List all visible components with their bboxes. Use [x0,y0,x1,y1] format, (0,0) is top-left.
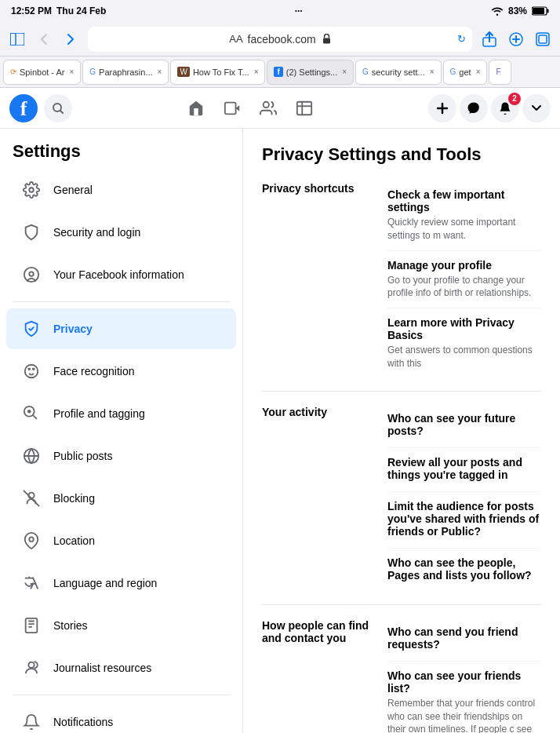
friends-list-item[interactable]: Who can see your friends list? Remember … [387,662,541,733]
svg-rect-24 [26,618,38,633]
settings-sidebar: Settings General Security and login Your… [0,129,243,733]
battery-level: 83% [508,5,527,16]
tab-close-icon[interactable]: × [342,67,347,76]
sidebar-item-notifications[interactable]: Notifications [6,702,236,733]
nav-people[interactable] [251,91,285,126]
person-circle-icon [19,262,44,287]
share-button[interactable] [478,28,500,50]
facebook-logo[interactable]: f [9,94,38,122]
tab-spinbot[interactable]: ⟳ Spinbot - Ar × [3,60,81,85]
create-button[interactable] [428,94,456,122]
journalist-label: Journalist resources [53,662,151,674]
sidebar-item-location[interactable]: Location [6,520,236,561]
tabs-bar: ⟳ Spinbot - Ar × G Paraphrasin... × W Ho… [0,57,560,88]
notifications-label: Notifications [53,716,113,728]
location-label: Location [53,534,95,547]
menu-button[interactable] [522,94,551,122]
sidebar-item-security[interactable]: Security and login [6,212,236,253]
sidebar-item-profile[interactable]: Profile and tagging [6,393,236,434]
content-area: Privacy Settings and Tools Privacy short… [243,129,560,733]
svg-rect-3 [10,33,16,46]
sidebar-item-privacy[interactable]: Privacy [6,308,236,349]
manage-profile-title: Manage your profile [387,259,541,272]
stories-icon [19,613,44,638]
wifi-icon [491,6,504,16]
friend-requests-item[interactable]: Who can send you friend requests? [387,618,541,662]
tab-paraphrasing[interactable]: G Paraphrasin... × [82,60,169,85]
see-people-item[interactable]: Who can see the people, Pages and lists … [387,549,541,592]
limit-audience-item[interactable]: Limit the audience for posts you've shar… [387,492,541,549]
sidebar-item-public-posts[interactable]: Public posts [6,436,236,476]
tab-get[interactable]: G get × [443,60,488,85]
tabs-button[interactable] [532,28,554,50]
tab-close-icon[interactable]: × [254,67,259,76]
svg-point-23 [29,537,34,542]
sidebar-item-general[interactable]: General [6,170,236,210]
how-people-find-items: Who can send you friend requests? Who ca… [387,618,541,733]
tab-close-icon[interactable]: × [158,67,162,76]
tab-f[interactable]: F [489,60,511,85]
globe-icon [19,443,44,469]
friends-list-desc: Remember that your friends control who c… [387,697,541,733]
face-label: Face recognition [53,365,135,377]
status-bar: 12:52 PM Thu 24 Feb ··· 83% [0,0,560,22]
status-day: Thu 24 Feb [56,5,106,16]
sidebar-divider-1 [13,301,230,302]
svg-rect-4 [10,33,24,46]
sidebar-item-fb-info[interactable]: Your Facebook information [6,254,236,295]
manage-profile-item[interactable]: Manage your profile Go to your profile t… [387,251,541,309]
sidebar-item-stories[interactable]: Stories [6,605,236,646]
messenger-button[interactable] [460,94,488,122]
sidebar-item-language[interactable]: Language and region [6,563,236,604]
reload-button[interactable]: ↻ [457,33,466,45]
forward-button[interactable] [60,28,82,50]
search-button[interactable] [44,94,72,122]
messenger-icon [467,101,481,115]
battery-icon [532,6,549,16]
check-settings-item[interactable]: Check a few important settings Quickly r… [387,181,541,251]
notifications-bell-icon [19,709,44,733]
nav-home[interactable] [179,91,213,126]
tab-close-icon[interactable]: × [430,67,435,76]
face-icon [19,359,44,384]
notifications-button[interactable]: 2 [491,94,519,122]
privacy-basics-item[interactable]: Learn more with Privacy Basics Get answe… [387,308,541,378]
tab-howtofix[interactable]: W How To Fix T... × [170,60,265,85]
main-layout: Settings General Security and login Your… [0,129,560,733]
sidebar-item-journalist[interactable]: Journalist resources [6,647,236,688]
add-tab-button[interactable] [505,28,527,50]
sidebar-toggle-button[interactable] [6,28,28,50]
future-posts-title: Who can see your future posts? [387,412,541,437]
tab-close-icon[interactable]: × [476,67,481,76]
privacy-label: Privacy [53,323,93,335]
svg-point-16 [24,268,38,282]
gear-icon [19,177,44,202]
your-activity-section: Your activity Who can see your future po… [262,404,541,605]
content-title: Privacy Settings and Tools [262,144,541,165]
sidebar-divider-2 [13,695,230,695]
limit-audience-title: Limit the audience for posts you've shar… [387,500,541,538]
review-posts-item[interactable]: Review all your posts and things you're … [387,448,541,492]
back-button[interactable] [33,28,55,50]
svg-rect-11 [225,102,236,114]
url-bar[interactable]: AA facebook.com ↻ [88,27,472,52]
sidebar-item-face[interactable]: Face recognition [6,351,236,392]
review-posts-title: Review all your posts and things you're … [387,456,541,481]
nav-video[interactable] [215,91,249,126]
tag-icon [19,401,44,426]
svg-point-19 [27,410,31,414]
browser-bar: AA facebook.com ↻ [0,22,560,57]
tab-close-icon[interactable]: × [69,67,74,76]
see-people-title: Who can see the people, Pages and lists … [387,556,541,582]
nav-marketplace[interactable] [287,91,322,126]
block-icon [19,486,44,511]
sidebar-item-blocking[interactable]: Blocking [6,478,236,519]
general-label: General [53,184,93,196]
tab-settings[interactable]: f (2) Settings... × [267,60,354,85]
future-posts-item[interactable]: Who can see your future posts? [387,404,541,448]
how-people-find-label: How people can find and contact you [262,618,372,733]
facebook-nav [78,91,422,126]
notification-count: 2 [508,93,521,105]
tab-security[interactable]: G security sett... × [355,60,441,85]
svg-rect-1 [547,9,548,13]
